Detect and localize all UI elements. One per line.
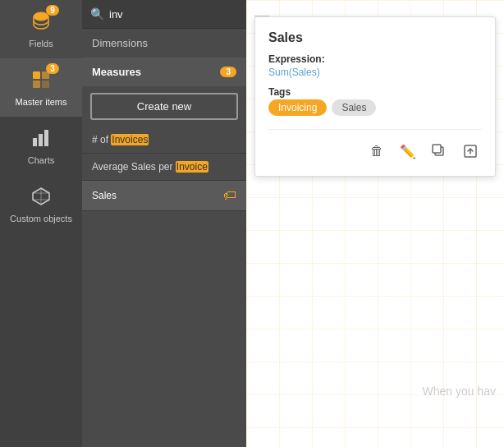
- sidebar-item-custom-objects[interactable]: Custom objects: [0, 175, 82, 233]
- dimensions-section-header[interactable]: Dimensions: [82, 29, 246, 58]
- invoices-highlight: Invoices: [111, 134, 149, 145]
- list-item-sales[interactable]: Sales 🏷: [82, 181, 246, 211]
- tags-label: Tags: [268, 86, 482, 98]
- export-icon: [463, 144, 478, 159]
- custom-objects-icon: [30, 185, 53, 208]
- master-items-label: Master items: [16, 97, 67, 107]
- fields-icon-wrap: 9: [30, 10, 53, 35]
- delete-button[interactable]: 🗑: [365, 140, 388, 163]
- sales-text: Sales: [92, 190, 117, 201]
- measures-section-header[interactable]: Measures 3: [82, 58, 246, 86]
- charts-label: Charts: [28, 155, 54, 165]
- measures-label: Measures: [92, 66, 141, 78]
- search-panel: 🔍 × Dimensions Measures 3 Create new # o…: [82, 0, 246, 447]
- search-bar: 🔍 ×: [82, 0, 246, 29]
- custom-objects-label: Custom objects: [10, 214, 72, 224]
- list-item-invoices[interactable]: # of Invoices: [82, 127, 246, 154]
- expression-value: Sum(Sales): [268, 67, 482, 78]
- charts-icon: [30, 127, 53, 150]
- edit-button[interactable]: ✏️: [396, 140, 419, 163]
- create-new-button[interactable]: Create new: [90, 93, 238, 120]
- expression-label: Expression:: [268, 53, 482, 65]
- measures-badge: 3: [220, 67, 236, 77]
- search-input[interactable]: [109, 8, 247, 21]
- custom-icon-wrap: [30, 185, 53, 210]
- duplicate-icon: [432, 144, 447, 159]
- svg-rect-5: [42, 81, 49, 88]
- svg-rect-10: [433, 145, 441, 153]
- fields-badge: 9: [46, 5, 59, 16]
- master-icon-wrap: 3: [30, 68, 53, 94]
- svg-rect-2: [33, 71, 40, 79]
- tag-sales[interactable]: Sales: [332, 99, 376, 116]
- tags-container: Invoicing Sales: [268, 99, 482, 116]
- search-icon: 🔍: [90, 7, 104, 21]
- sidebar-item-charts[interactable]: Charts: [0, 117, 82, 175]
- tag-invoicing[interactable]: Invoicing: [268, 99, 327, 116]
- main-content: — Sales Expression: Sum(Sales) Tags Invo…: [246, 0, 504, 447]
- sidebar-item-master-items[interactable]: 3 Master items: [0, 58, 82, 117]
- list-item-avg-sales[interactable]: Average Sales per Invoice: [82, 154, 246, 181]
- master-badge: 3: [46, 63, 59, 74]
- left-sidebar: 9 Fields 3 Master items Charts: [0, 0, 82, 447]
- dimensions-label: Dimensions: [92, 37, 148, 49]
- detail-title: Sales: [268, 30, 482, 45]
- tag-icon: 🏷: [223, 188, 236, 203]
- invoices-text-before: # of: [92, 134, 111, 145]
- svg-rect-4: [33, 81, 40, 88]
- avg-sales-text: Average Sales per: [92, 161, 176, 173]
- charts-icon-wrap: [30, 127, 53, 152]
- svg-rect-8: [44, 130, 48, 146]
- duplicate-button[interactable]: [428, 140, 451, 163]
- sidebar-item-fields[interactable]: 9 Fields: [0, 0, 82, 58]
- svg-rect-6: [33, 138, 37, 146]
- fields-label: Fields: [29, 39, 53, 48]
- detail-card: Sales Expression: Sum(Sales) Tags Invoic…: [254, 16, 496, 177]
- when-text: When you hav: [423, 385, 497, 398]
- card-actions: 🗑 ✏️: [268, 129, 482, 163]
- svg-rect-7: [39, 134, 43, 146]
- export-button[interactable]: [459, 140, 482, 163]
- avg-sales-highlight: Invoice: [176, 161, 208, 173]
- sales-row: Sales 🏷: [92, 188, 236, 203]
